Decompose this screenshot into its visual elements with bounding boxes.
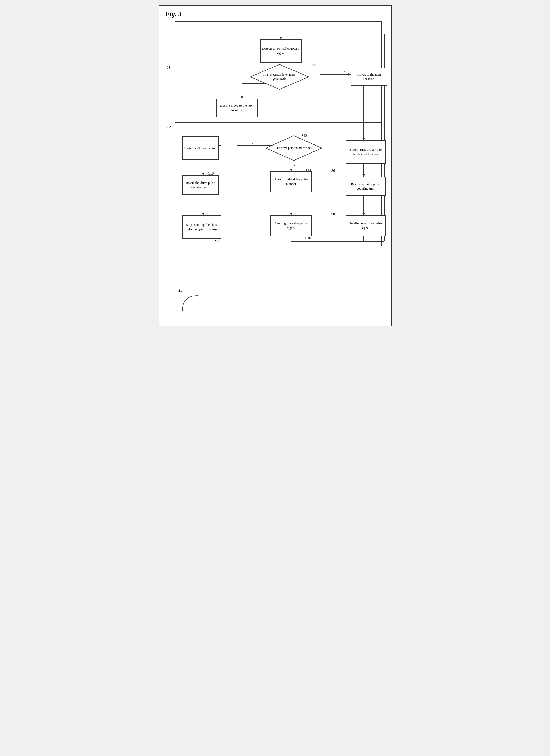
stops-box: Stops sending the drive pulse and give a… [182,215,221,239]
svg-text:N: N [293,163,295,167]
moves-box: Moves to the next location [351,68,387,86]
s4-label: S4 [312,63,316,67]
svg-marker-24 [202,173,204,175]
s16-label: S16 [306,236,311,240]
s6-label: S6 [331,169,335,173]
svg-marker-13 [363,138,365,140]
label13-curve [180,293,200,314]
s20-label: S20 [215,239,220,243]
svg-marker-28 [290,213,293,215]
adds1-box: Adds 1 to the drive pulse number [270,171,312,192]
svg-marker-3 [348,73,351,76]
svg-marker-15 [363,174,365,177]
doesnt-move-box: Doesn't move to the next location [216,99,257,117]
s2-label: S2 [302,38,306,42]
flowchart: Y N Y N [164,13,386,319]
svg-marker-38 [280,37,282,39]
svg-marker-7 [241,96,243,99]
svg-marker-21 [290,169,293,171]
svg-marker-26 [202,213,204,215]
svg-text:Y: Y [343,69,346,73]
electrical-diamond: Is an electrical level jump generated? [250,64,309,90]
svg-marker-30 [363,213,365,215]
page: Fig. 3 11 12 13 Y N [158,5,392,326]
resets-left-box: Resets the drive pulse counting unit [182,175,219,195]
s8-label: S8 [331,212,335,216]
svg-text:Y: Y [251,141,253,145]
sending-mid-box: Sending one drive pulse signal [270,215,312,236]
resets-right-box: Resets the drive pulse counting unit [346,177,386,196]
system-runs-box: System runs properly to the desired loca… [346,140,386,164]
drive-pulse-diamond: The drive pulse number > m? [265,135,322,161]
s18-label: S18 [208,171,214,176]
collision-box: System collision occurs [182,136,219,160]
sending-right-box: Sending one drive pulse signal [346,215,386,236]
detects-box: Detects an optical coupler's signal [260,39,302,63]
